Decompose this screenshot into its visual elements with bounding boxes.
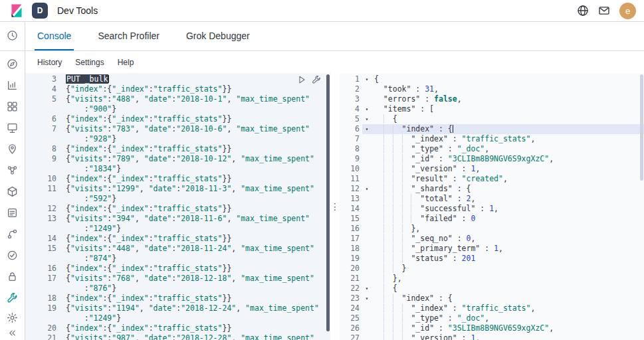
send-request-icon[interactable] [297, 75, 306, 84]
response-line[interactable]: 18 "_primary_term" : 1, [340, 244, 644, 254]
response-line[interactable]: 6▾ "index" : { [340, 124, 644, 134]
app-sidebar [0, 22, 25, 340]
response-line[interactable]: 15 "failed" : 0 [340, 214, 644, 224]
sidebar-item-uptime[interactable] [2, 246, 23, 267]
request-editor[interactable]: 3PUT _bulk4{"index":{"_index":"traffic_s… [25, 73, 330, 340]
request-line[interactable]: :"592"} [25, 194, 330, 204]
request-line[interactable]: 11{"visits":"1299", "date":"2018-11-3", … [25, 184, 330, 194]
response-line[interactable]: 1▾{ [340, 74, 644, 84]
menu-history[interactable]: History [37, 58, 62, 67]
fold-spacer [362, 244, 372, 254]
response-viewer[interactable]: 1▾{2 "took" : 31,3 "errors" : false,4▾ "… [340, 73, 644, 340]
response-line[interactable]: 23▾ "index" : { [340, 294, 644, 303]
response-scrollbar[interactable] [640, 74, 643, 181]
request-line[interactable]: 14{"index":{"_index":"traffic_stats"}} [25, 234, 330, 244]
request-line[interactable]: 18{"index":{"_index":"traffic_stats"}} [25, 294, 330, 303]
response-line[interactable]: 9 "_id" : "3CLIBm8B9NGV6S9xgXzC", [340, 154, 644, 164]
line-number: 13 [340, 194, 362, 204]
sidebar-item-logs[interactable] [2, 203, 23, 224]
response-line[interactable]: 16 }, [340, 224, 644, 234]
sidebar-item-visualize[interactable] [2, 76, 23, 97]
request-line[interactable]: 15{"visits":"448", "date":"2018-11-24", … [25, 244, 330, 254]
globe-icon[interactable] [577, 5, 589, 17]
response-line[interactable]: 27 "_version" : 1, [340, 333, 644, 340]
request-scrollbar[interactable] [326, 74, 330, 331]
response-line[interactable]: 12▾ "_shards" : { [340, 184, 644, 194]
fold-toggle-icon[interactable]: ▾ [362, 184, 372, 194]
response-line[interactable]: 24 "_index" : "traffic_stats", [340, 303, 644, 313]
sidebar-item-dev-tools[interactable] [2, 288, 23, 309]
request-line[interactable]: :"928"} [25, 134, 330, 144]
sidebar-item-apm[interactable] [2, 224, 23, 246]
request-line[interactable]: :"1249"} [25, 224, 330, 234]
line-number: 26 [340, 323, 362, 333]
request-line[interactable]: 19{"visits":"1194", "date":"2018-12-24",… [25, 303, 330, 313]
response-line[interactable]: 17 "_seq_no" : 0, [340, 234, 644, 244]
response-line[interactable]: 22▾ { [340, 284, 644, 294]
response-line[interactable]: 8 "_type" : "_doc", [340, 144, 644, 154]
kibana-logo[interactable] [9, 3, 24, 18]
request-line[interactable]: :"1249"} [25, 313, 330, 323]
fold-toggle-icon[interactable]: ▾ [362, 294, 372, 303]
response-line[interactable]: 26 "_id" : "3SLIBm8B9NGV6S9xgXzC", [340, 323, 644, 333]
fold-toggle-icon[interactable]: ▾ [362, 114, 372, 124]
sidebar-item-canvas[interactable] [2, 118, 23, 139]
user-avatar[interactable]: e [619, 3, 636, 19]
response-line[interactable]: 7 "_index" : "traffic_stats", [340, 134, 644, 144]
request-line[interactable]: 3PUT _bulk [25, 74, 330, 84]
tab-console[interactable]: Console [35, 22, 74, 50]
fold-toggle-icon[interactable]: ▾ [362, 124, 372, 134]
response-line[interactable]: 5▾ { [340, 114, 644, 124]
request-line[interactable]: 10{"index":{"_index":"traffic_stats"}} [25, 174, 330, 184]
sidebar-item-collapse-nav[interactable] [2, 328, 23, 340]
sidebar-item-maps[interactable] [2, 139, 23, 161]
sidebar-item-infrastructure[interactable] [2, 182, 23, 203]
response-line[interactable]: 25 "_type" : "_doc", [340, 313, 644, 323]
request-line[interactable]: 8{"index":{"_index":"traffic_stats"}} [25, 144, 330, 154]
request-line[interactable]: 13{"visits":"394", "date":"2018-11-6", "… [25, 214, 330, 224]
response-line[interactable]: 10 "_version" : 1, [340, 164, 644, 174]
request-line[interactable]: :"876"} [25, 284, 330, 294]
space-badge[interactable]: D [32, 3, 48, 19]
sidebar-item-management[interactable] [2, 309, 23, 328]
tab-search-profiler[interactable]: Search Profiler [95, 22, 162, 50]
request-line[interactable]: 12{"index":{"_index":"traffic_stats"}} [25, 204, 330, 214]
sidebar-item-security[interactable] [2, 267, 23, 288]
response-line[interactable]: 21 }, [340, 274, 644, 284]
request-line[interactable]: 4{"index":{"_index":"traffic_stats"}} [25, 84, 330, 94]
fold-toggle-icon[interactable]: ▾ [362, 74, 372, 84]
request-line[interactable]: 17{"visits":"768", "date":"2018-12-18", … [25, 274, 330, 284]
request-line[interactable]: 7{"visits":"783", "date":"2018-10-6", "m… [25, 124, 330, 134]
response-line[interactable]: 19 "status" : 201 [340, 254, 644, 264]
response-line[interactable]: 11 "result" : "created", [340, 174, 644, 184]
response-line[interactable]: 20 } [340, 264, 644, 274]
request-line[interactable]: 16{"index":{"_index":"traffic_stats"}} [25, 264, 330, 274]
response-line[interactable]: 4▾ "items" : [ [340, 104, 644, 114]
sidebar-item-machine-learning[interactable] [2, 161, 23, 182]
sidebar-item-discover[interactable] [2, 54, 23, 76]
envelope-icon[interactable] [598, 5, 610, 17]
sidebar-item-recently-viewed[interactable] [2, 26, 23, 47]
menu-help[interactable]: Help [118, 58, 134, 67]
request-line[interactable]: :"874"} [25, 254, 330, 264]
request-line[interactable]: 9{"visits":"789", "date":"2018-10-12", "… [25, 154, 330, 164]
fold-toggle-icon[interactable]: ▾ [362, 284, 372, 294]
line-number: 19 [25, 303, 63, 313]
request-line[interactable]: 20{"index":{"_index":"traffic_stats"}} [25, 323, 330, 333]
pane-resize-handle[interactable]: ⋮ [330, 201, 340, 212]
response-line[interactable]: 2 "took" : 31, [340, 84, 644, 94]
response-line[interactable]: 13 "total" : 2, [340, 194, 644, 204]
fold-toggle-icon[interactable]: ▾ [362, 104, 372, 114]
response-line[interactable]: 3 "errors" : false, [340, 94, 644, 104]
sidebar-item-dashboard[interactable] [2, 97, 23, 118]
request-line[interactable]: :"1834"} [25, 164, 330, 174]
request-line[interactable]: :"900"} [25, 104, 330, 114]
wrench-icon[interactable] [312, 75, 321, 84]
request-line[interactable]: 21{"visits":"987", "date":"2018-12-28", … [25, 333, 330, 340]
menu-settings[interactable]: Settings [75, 58, 104, 67]
response-line[interactable]: 14 "successful" : 1, [340, 204, 644, 214]
tab-grok-debugger[interactable]: Grok Debugger [183, 22, 253, 50]
code-text: {"visits":"1299", "date":"2018-11-3", "m… [63, 184, 330, 194]
request-line[interactable]: 6{"index":{"_index":"traffic_stats"}} [25, 114, 330, 124]
request-line[interactable]: 5{"visits":"488", "date":"2018-10-1", "m… [25, 94, 330, 104]
